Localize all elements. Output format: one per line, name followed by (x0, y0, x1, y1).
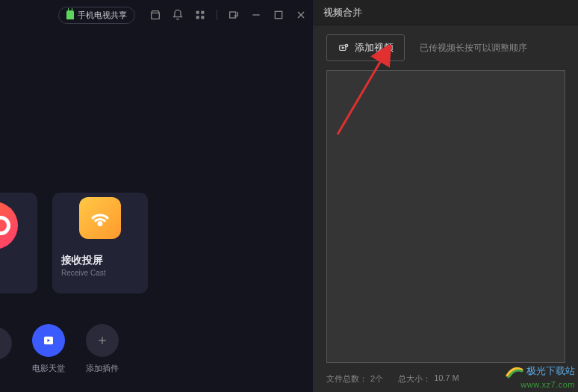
watermark-name: 极光下载站 (526, 364, 575, 378)
svg-rect-5 (230, 12, 236, 18)
receive-cast-card[interactable]: 接收投屏 Receive Cast (52, 193, 148, 293)
total-size-label: 总大小： (398, 373, 431, 385)
close-icon[interactable] (295, 9, 307, 21)
file-count-value: 2个 (370, 373, 383, 385)
titlebar-icons (149, 9, 307, 21)
minimize-icon[interactable] (250, 9, 262, 21)
play-icon (32, 324, 65, 357)
watermark-url: www.xz7.com (506, 380, 575, 389)
add-video-label: 添加视频 (355, 41, 394, 55)
share-badge[interactable]: 手机电视共享 (58, 7, 135, 24)
card-partial[interactable] (0, 193, 37, 293)
store-icon[interactable] (149, 9, 161, 21)
status-bar: 文件总数： 2个 总大小： 10.7 M (326, 373, 459, 385)
svg-rect-7 (275, 11, 282, 18)
hint-text: 已传视频长按可以调整顺序 (420, 42, 527, 55)
wifi-icon (79, 197, 121, 239)
right-toolbar: 添加视频 已传视频长按可以调整顺序 (313, 25, 578, 70)
plus-icon (86, 324, 119, 357)
bottom-row: 电影天堂 添加插件 (0, 306, 119, 392)
total-size-value: 10.7 M (434, 373, 459, 385)
cinema-label: 电影天堂 (32, 363, 65, 374)
svg-point-10 (99, 223, 102, 225)
divider (217, 10, 217, 20)
window-controls (228, 9, 307, 21)
android-icon (66, 10, 74, 19)
svg-rect-0 (152, 13, 160, 19)
svg-rect-4 (201, 16, 204, 19)
add-video-button[interactable]: 添加视频 (326, 34, 405, 61)
right-panel: 视频合并 添加视频 已传视频长按可以调整顺序 文件总数： 2个 总大小： 10.… (313, 0, 578, 392)
video-plus-icon (338, 43, 349, 53)
svg-rect-1 (196, 11, 199, 14)
watermark-logo-icon (506, 362, 523, 380)
video-list-area[interactable] (326, 70, 565, 363)
bell-icon[interactable] (172, 9, 184, 21)
svg-rect-3 (196, 16, 199, 19)
maximize-icon[interactable] (273, 9, 285, 21)
svg-rect-2 (201, 11, 204, 14)
orange-circle-icon (0, 202, 18, 249)
add-plugin-label: 添加插件 (86, 363, 119, 374)
card-title: 接收投屏 (61, 254, 139, 267)
card-area: 接收投屏 Receive Cast (0, 193, 148, 293)
mini-mode-icon[interactable] (228, 9, 240, 21)
add-plugin-item[interactable]: 添加插件 (86, 324, 119, 374)
titlebar: 手机电视共享 (0, 0, 313, 30)
file-count-label: 文件总数： (326, 373, 367, 385)
grid-icon[interactable] (194, 9, 206, 21)
cinema-item[interactable]: 电影天堂 (32, 324, 65, 374)
right-header-title: 视频合并 (313, 0, 578, 25)
share-badge-label: 手机电视共享 (78, 10, 127, 21)
watermark: 极光下载站 www.xz7.com (506, 362, 575, 389)
left-panel: 手机电视共享 (0, 0, 313, 392)
svg-marker-16 (342, 47, 344, 49)
card-subtitle: Receive Cast (61, 269, 139, 277)
